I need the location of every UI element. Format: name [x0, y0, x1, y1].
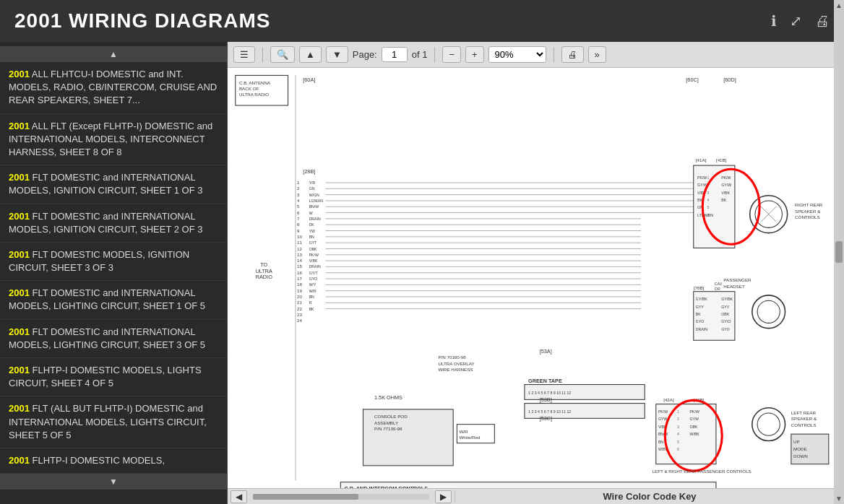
svg-text:1: 1 — [707, 175, 709, 180]
page-total: of 1 — [412, 49, 428, 60]
scrollbar-thumb[interactable] — [835, 241, 843, 263]
svg-text:CONSOLE POD: CONSOLE POD — [374, 414, 408, 419]
svg-text:OBK: OBK — [690, 425, 698, 429]
content-area: ☰ 🔍 ▲ ▼ Page: of 1 − + 90% 75% 100% 125%… — [228, 42, 844, 504]
year-highlight: 2001 — [9, 69, 30, 79]
year-highlight: 2001 — [9, 455, 30, 466]
svg-text:SPEAKER &: SPEAKER & — [791, 416, 817, 421]
svg-text:3: 3 — [707, 191, 709, 195]
svg-text:[60A]: [60A] — [303, 77, 315, 83]
item-text-0: ALL FLHTCU-I DOMESTIC and INT. MODELS, R… — [9, 69, 217, 105]
svg-text:W/R: W/R — [309, 289, 316, 293]
svg-text:CONTROLS: CONTROLS — [791, 422, 817, 427]
header: 2001 WIRING DIAGRAMS ℹ ⤢ 🖨 — [0, 0, 844, 42]
svg-text:4: 4 — [707, 198, 709, 202]
page-label: Page: — [353, 49, 377, 60]
year-highlight: 2001 — [9, 172, 30, 183]
item-text-7: FLHTP-I DOMESTIC MODELS, LIGHTS CIRCUIT,… — [9, 365, 202, 388]
svg-text:16: 16 — [297, 270, 302, 275]
svg-text:13: 13 — [297, 252, 302, 257]
svg-text:MODE: MODE — [793, 446, 807, 451]
svg-text:OBK: OBK — [721, 312, 729, 316]
svg-text:OBK: OBK — [309, 247, 317, 251]
sidebar-scroll-down[interactable]: ▼ — [0, 474, 227, 490]
last-page-button[interactable]: » — [588, 46, 606, 63]
vertical-scrollbar[interactable]: ▲ ▼ — [834, 68, 844, 488]
fullscreen-icon[interactable]: ⤢ — [790, 12, 802, 30]
info-icon[interactable]: ℹ — [771, 12, 777, 30]
scroll-right-button[interactable]: ▶ — [435, 490, 452, 503]
item-text-2: FLT DOMESTIC and INTERNATIONAL MODELS, I… — [9, 172, 202, 196]
svg-text:ULTRA RADIO: ULTRA RADIO — [239, 92, 269, 97]
page-input[interactable] — [382, 47, 408, 62]
svg-text:CAV: CAV — [715, 282, 723, 286]
separator — [262, 48, 263, 62]
svg-text:8: 8 — [297, 222, 300, 227]
next-page-button[interactable]: ▼ — [326, 46, 348, 63]
horizontal-scrollbar-track — [253, 494, 429, 500]
svg-rect-0 — [228, 68, 843, 488]
svg-text:10: 10 — [297, 234, 302, 239]
svg-text:GYW: GYW — [658, 417, 667, 421]
svg-text:White/Red: White/Red — [459, 435, 481, 440]
diagram-row: C.B. ANTENNA BACK OF ULTRA RADIO [60A] [… — [228, 68, 844, 488]
list-item[interactable]: 2001 FLT DOMESTIC and INTERNATIONAL MODE… — [0, 204, 227, 243]
sidebar-toggle-button[interactable]: ☰ — [233, 46, 255, 63]
svg-text:R: R — [309, 300, 312, 305]
search-button[interactable]: 🔍 — [270, 46, 295, 63]
svg-text:LTGN/BN: LTGN/BN — [697, 213, 713, 217]
svg-text:PK/W: PK/W — [721, 175, 731, 180]
svg-text:GYO: GYO — [721, 327, 730, 331]
list-item[interactable]: 2001 ALL FLT (Except FLHTP-I) DOMESTIC a… — [0, 114, 227, 166]
svg-text:GN: GN — [309, 186, 315, 191]
scroll-left-button[interactable]: ◀ — [231, 490, 247, 503]
svg-text:BACK OF: BACK OF — [239, 86, 259, 91]
prev-page-button[interactable]: ▲ — [299, 46, 322, 63]
svg-text:BK: BK — [309, 307, 314, 311]
svg-text:2: 2 — [297, 186, 300, 191]
print-button[interactable]: 🖨 — [561, 46, 584, 63]
item-text-1: ALL FLT (Except FLHTP-I) DOMESTIC and IN… — [9, 121, 212, 157]
svg-text:BK: BK — [696, 312, 701, 316]
list-item[interactable]: 2001 FLT DOMESTIC and INTERNATIONAL MODE… — [0, 320, 227, 358]
svg-text:9: 9 — [297, 228, 300, 233]
list-item[interactable]: 2001 FLT DOMESTIC MODELS, IGNITION CIRCU… — [0, 243, 227, 281]
toolbar: ☰ 🔍 ▲ ▼ Page: of 1 − + 90% 75% 100% 125%… — [228, 42, 844, 68]
svg-text:15: 15 — [297, 264, 302, 269]
svg-text:6: 6 — [297, 210, 300, 215]
header-icons: ℹ ⤢ 🖨 — [771, 12, 830, 30]
zoom-select[interactable]: 90% 75% 100% 125% 150% — [488, 46, 546, 63]
svg-text:PK/W: PK/W — [658, 409, 668, 414]
list-item[interactable]: 2001 FLT DOMESTIC and INTERNATIONAL MODE… — [0, 165, 227, 204]
svg-text:RADIO: RADIO — [256, 274, 272, 280]
svg-text:5: 5 — [677, 440, 679, 444]
list-item[interactable]: 2001 FLHTP-I DOMESTIC MODELS, — [0, 448, 227, 474]
svg-text:GYO: GYO — [309, 277, 318, 281]
wire-color-key-label: Wire Color Code Key — [588, 490, 710, 503]
svg-text:HEADSET: HEADSET — [723, 284, 745, 289]
list-item[interactable]: 2001 FLT (ALL BUT FLHTP-I) DOMESTIC and … — [0, 396, 227, 448]
print-icon[interactable]: 🖨 — [815, 13, 830, 30]
svg-text:UP: UP — [793, 439, 800, 444]
svg-text:DK: DK — [309, 222, 315, 227]
list-item[interactable]: 2001 FLHTP-I DOMESTIC MODELS, LIGHTS CIR… — [0, 358, 227, 396]
zoom-in-button[interactable]: + — [465, 46, 484, 63]
svg-text:3: 3 — [297, 192, 300, 197]
year-highlight: 2001 — [9, 121, 30, 131]
svg-text:4: 4 — [677, 432, 679, 436]
svg-text:1.5K OHMS: 1.5K OHMS — [374, 394, 402, 401]
diagram-area[interactable]: C.B. ANTENNA BACK OF ULTRA RADIO [60A] [… — [228, 68, 844, 488]
svg-text:LEFT REAR: LEFT REAR — [791, 410, 817, 415]
svg-text:7: 7 — [297, 216, 300, 221]
zoom-out-button[interactable]: − — [442, 46, 461, 63]
svg-text:CONTROLS: CONTROLS — [795, 214, 820, 220]
svg-text:PK/W: PK/W — [697, 175, 707, 180]
svg-text:1 2 3 4 5 6 7 8 9 10 11 12: 1 2 3 4 5 6 7 8 9 10 11 12 — [528, 409, 571, 414]
item-text-6: FLT DOMESTIC and INTERNATIONAL MODELS, L… — [9, 326, 205, 350]
svg-text:W/R: W/R — [459, 429, 468, 434]
list-item[interactable]: 2001 FLT DOMESTIC and INTERNATIONAL MODE… — [0, 281, 227, 319]
svg-text:[28B]: [28B] — [303, 168, 315, 175]
list-item[interactable]: 2001 ALL FLHTCU-I DOMESTIC and INT. MODE… — [0, 62, 227, 114]
svg-text:GY/T: GY/T — [309, 271, 319, 275]
sidebar-scroll-up[interactable]: ▲ — [0, 46, 227, 62]
